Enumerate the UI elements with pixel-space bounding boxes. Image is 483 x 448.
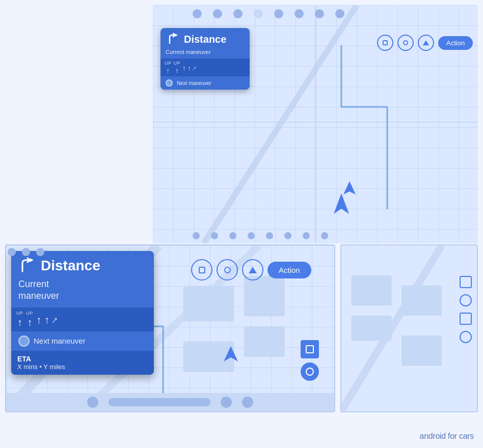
large-top-dot-1 (8, 248, 16, 256)
sys-dot-7 (315, 9, 324, 18)
right-float-circle-2[interactable] (460, 331, 472, 343)
sys-dot-3 (233, 9, 243, 18)
svg-marker-5 (343, 181, 356, 194)
circle-icon-small (403, 40, 408, 45)
svg-rect-17 (352, 275, 392, 305)
bottom-dot-1 (87, 397, 98, 408)
large-lane-item-4: ↑ (44, 313, 49, 326)
eta-bar: ETA X mins • Y miles (11, 351, 154, 375)
svg-marker-15 (30, 258, 34, 262)
lane-item-2: UP ↑ (174, 61, 181, 74)
sys-dot-8 (335, 9, 344, 18)
action-square-btn-large[interactable] (191, 259, 212, 281)
square-icon-large (199, 267, 205, 273)
lane-guidance-large: UP ↑ UP ↑ ↑ ↑ ↑ (11, 307, 154, 331)
sys-dot-bot-7 (303, 232, 310, 239)
large-top-dot-3 (36, 248, 44, 256)
action-square-btn-small[interactable] (377, 35, 393, 51)
lane-item-1: UP ↑ (165, 61, 172, 74)
square-icon-small (383, 40, 388, 45)
sys-dot-2 (213, 9, 222, 18)
turn-icon-small (166, 32, 180, 46)
sys-dot-4 (254, 9, 263, 18)
next-dot-large (18, 335, 30, 347)
action-triangle-btn-small[interactable] (418, 35, 434, 51)
eta-details: X mins • Y miles (17, 363, 148, 371)
right-float-circle-1[interactable] (460, 294, 472, 306)
large-lane-item-3: ↑ (36, 313, 41, 326)
sys-dot-bot-8 (321, 232, 328, 239)
distance-large: Distance (41, 258, 100, 274)
sys-dot-bot-1 (193, 232, 200, 239)
circle-inner-icon (306, 368, 314, 376)
lane-item-4: ↑ (188, 63, 192, 72)
action-bar-large: Action (191, 259, 311, 281)
bottom-pill (109, 398, 210, 406)
lane-item-3: ↑ (182, 63, 186, 72)
brand-suffix: for cars (448, 432, 474, 440)
next-dot-small (166, 79, 173, 87)
nav-card-small: Distance Current maneuver UP ↑ UP ↑ ↑ ↑ … (160, 28, 250, 90)
right-float-square-2[interactable] (460, 313, 472, 325)
brand-name: android (420, 432, 446, 440)
svg-line-16 (341, 245, 442, 411)
sys-dot-bot-4 (248, 232, 255, 239)
lane-guidance-small: UP ↑ UP ↑ ↑ ↑ ↑ (160, 59, 250, 76)
triangle-icon-large (249, 267, 257, 273)
next-maneuver-small: Next maneuver (160, 76, 250, 90)
action-bar-small: Action (377, 35, 473, 51)
nav-arrow-large (221, 344, 241, 367)
sys-dot-bot-3 (229, 232, 236, 239)
bottom-dot-2 (221, 397, 232, 408)
nav-card-small-header: Distance (160, 28, 250, 48)
svg-rect-11 (244, 276, 285, 317)
square-inner-icon (306, 345, 314, 353)
next-maneuver-text-small: Next maneuver (177, 80, 211, 86)
map-overlay-circle-btn[interactable] (301, 362, 319, 381)
next-maneuver-text-large: Next maneuver (34, 337, 86, 345)
action-circle-btn-large[interactable] (217, 259, 238, 281)
large-map-bottom-bar (6, 393, 334, 411)
large-top-dot-2 (22, 248, 30, 256)
distance-small: Distance (184, 34, 226, 45)
action-triangle-btn-large[interactable] (242, 259, 263, 281)
current-maneuver-large: Currentmaneuver (11, 278, 154, 307)
sys-dot-bot-6 (284, 232, 291, 239)
brand-text: android for cars (420, 432, 474, 441)
circle-icon-large (224, 267, 231, 273)
large-lane-item-1: UP ↑ (16, 311, 23, 328)
eta-title: ETA (17, 355, 148, 363)
current-maneuver-small: Current maneuver (160, 48, 250, 59)
nav-arrow-small (340, 179, 359, 200)
svg-rect-20 (401, 335, 442, 366)
bottom-dot-3 (242, 397, 253, 408)
svg-rect-12 (244, 326, 285, 357)
turn-icon-large (17, 256, 37, 275)
sys-dot-5 (274, 9, 283, 18)
right-float-square-1[interactable] (460, 276, 472, 288)
large-lane-item-5: ↑ (52, 313, 58, 326)
triangle-icon-small (423, 40, 429, 45)
lane-item-5: ↑ (193, 63, 197, 72)
action-label-large[interactable]: Action (267, 262, 311, 278)
action-label-small[interactable]: Action (438, 36, 473, 50)
sys-dot-6 (294, 9, 304, 18)
action-circle-btn-small[interactable] (397, 35, 414, 51)
nav-card-large: Distance Currentmaneuver UP ↑ UP ↑ ↑ ↑ ↑… (11, 251, 154, 375)
sys-dot-bot-5 (266, 232, 273, 239)
svg-marker-4 (175, 34, 178, 37)
svg-marker-14 (224, 346, 238, 361)
sys-dot-1 (193, 9, 202, 18)
right-panel (340, 244, 478, 412)
next-maneuver-large: Next maneuver (11, 331, 154, 351)
map-overlay-square-btn[interactable] (301, 340, 319, 358)
sys-dot-bot-2 (211, 232, 218, 239)
svg-rect-19 (401, 286, 442, 316)
svg-rect-18 (352, 316, 392, 341)
large-lane-item-2: UP ↑ (26, 311, 34, 328)
svg-rect-10 (183, 286, 234, 322)
